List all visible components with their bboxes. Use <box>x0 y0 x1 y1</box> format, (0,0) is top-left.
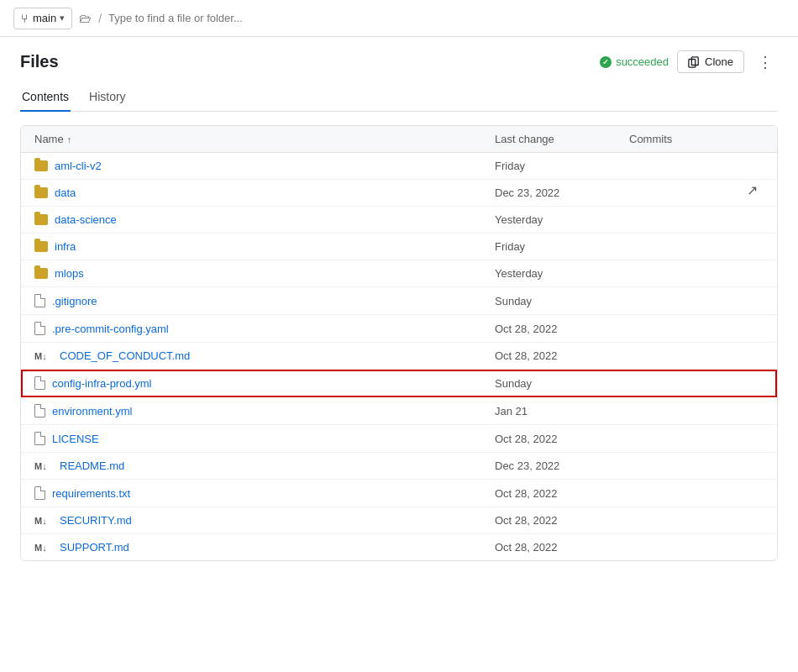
cell-name[interactable]: .pre-commit-config.yaml <box>34 322 495 335</box>
table-row[interactable]: M↓ SECURITY.md Oct 28, 2022 <box>21 507 777 534</box>
table-row[interactable]: .gitignore Sunday <box>21 287 777 315</box>
folder-icon <box>34 160 48 171</box>
cell-last-change: Dec 23, 2022 <box>495 186 629 199</box>
cell-name[interactable]: LICENSE <box>34 432 495 445</box>
cell-name[interactable]: requirements.txt <box>34 486 495 500</box>
tab-history[interactable]: History <box>87 83 128 112</box>
file-name: SECURITY.md <box>60 514 132 527</box>
clone-icon <box>688 56 700 68</box>
path-slash: / <box>98 12 102 25</box>
cell-name[interactable]: M↓ README.md <box>34 459 495 472</box>
col-commits-header: Commits <box>629 133 764 145</box>
table-row[interactable]: requirements.txt Oct 28, 2022 <box>21 480 777 507</box>
cell-last-change: Yesterday <box>495 267 629 280</box>
table-row[interactable]: .pre-commit-config.yaml Oct 28, 2022 <box>21 315 777 343</box>
folder-icon <box>34 214 48 225</box>
branch-selector[interactable]: ⑂ main ▾ <box>13 8 72 29</box>
table-row[interactable]: infra Friday <box>21 234 777 260</box>
table-header: Name ↑ Last change Commits <box>21 126 777 153</box>
table-row[interactable]: LICENSE Oct 28, 2022 <box>21 425 777 453</box>
file-name: LICENSE <box>52 433 99 445</box>
file-icon <box>34 322 45 335</box>
file-name: aml-cli-v2 <box>55 160 102 172</box>
file-name: infra <box>55 240 76 253</box>
file-name: README.md <box>60 459 124 472</box>
cell-name[interactable]: config-infra-prod.yml <box>34 376 495 390</box>
file-name: requirements.txt <box>52 487 130 500</box>
folder-icon <box>34 268 48 279</box>
branch-label: main <box>33 12 56 24</box>
clone-label: Clone <box>705 55 733 68</box>
cell-last-change: Oct 28, 2022 <box>495 514 629 527</box>
md-icon: M↓ <box>34 516 53 526</box>
table-row[interactable]: M↓ README.md Dec 23, 2022 <box>21 453 777 480</box>
cell-last-change: Oct 28, 2022 <box>495 487 629 500</box>
path-input[interactable] <box>108 12 785 24</box>
col-lastchange-header: Last change <box>495 133 629 145</box>
file-name: config-infra-prod.yml <box>52 377 152 390</box>
cell-last-change: Jan 21 <box>495 405 629 417</box>
table-row[interactable]: config-infra-prod.yml Sunday <box>21 370 777 397</box>
status-dot-icon <box>600 56 612 68</box>
folder-icon <box>34 241 48 252</box>
cell-name[interactable]: mlops <box>34 267 495 280</box>
status-badge: succeeded <box>600 55 669 68</box>
file-name: SUPPORT.md <box>60 541 129 554</box>
cell-last-change: Friday <box>495 160 629 172</box>
file-name: data-science <box>55 213 117 226</box>
top-bar: ⑂ main ▾ 🗁 / <box>0 0 798 37</box>
cell-name[interactable]: aml-cli-v2 <box>34 160 495 172</box>
cell-name[interactable]: environment.yml <box>34 404 495 417</box>
branch-icon: ⑂ <box>21 12 28 25</box>
cell-last-change: Yesterday <box>495 213 629 226</box>
cell-last-change: Oct 28, 2022 <box>495 349 629 362</box>
sort-arrow-icon: ↑ <box>67 134 72 144</box>
file-name: mlops <box>55 267 84 280</box>
expand-button[interactable]: ↗ <box>747 182 758 198</box>
cell-last-change: Oct 28, 2022 <box>495 323 629 335</box>
clone-button[interactable]: Clone <box>677 50 744 73</box>
folder-icon-top: 🗁 <box>79 11 92 25</box>
more-button[interactable]: ⋮ <box>753 51 778 73</box>
md-icon: M↓ <box>34 543 53 553</box>
cell-last-change: Friday <box>495 240 629 253</box>
cell-last-change: Oct 28, 2022 <box>495 541 629 554</box>
table-row[interactable]: aml-cli-v2 Friday <box>21 153 777 180</box>
file-name: environment.yml <box>52 405 132 417</box>
table-row[interactable]: data Dec 23, 2022 <box>21 180 777 207</box>
page-header: Files succeeded Clone ⋮ <box>20 50 778 73</box>
cell-last-change: Oct 28, 2022 <box>495 433 629 445</box>
table-row[interactable]: mlops Yesterday <box>21 260 777 287</box>
cell-last-change: Dec 23, 2022 <box>495 459 629 472</box>
table-row[interactable]: M↓ SUPPORT.md Oct 28, 2022 <box>21 534 777 560</box>
cell-name[interactable]: M↓ SECURITY.md <box>34 514 495 527</box>
table-row[interactable]: M↓ CODE_OF_CONDUCT.md Oct 28, 2022 <box>21 343 777 370</box>
md-icon: M↓ <box>34 461 53 471</box>
table-row[interactable]: environment.yml Jan 21 <box>21 397 777 425</box>
cell-name[interactable]: .gitignore <box>34 294 495 307</box>
table-body: aml-cli-v2 Friday data Dec 23, 2022 data… <box>21 153 777 560</box>
file-icon <box>34 376 45 390</box>
page-title: Files <box>20 52 59 71</box>
header-actions: succeeded Clone ⋮ <box>600 50 778 73</box>
file-name: data <box>55 186 76 199</box>
cell-name[interactable]: data-science <box>34 213 495 226</box>
file-icon <box>34 404 45 417</box>
file-name: .pre-commit-config.yaml <box>52 323 169 335</box>
chevron-down-icon: ▾ <box>60 13 65 24</box>
tab-contents[interactable]: Contents <box>20 83 71 112</box>
file-table: Name ↑ Last change Commits aml-cli-v2 Fr… <box>20 125 778 561</box>
cell-name[interactable]: M↓ SUPPORT.md <box>34 541 495 554</box>
col-name-header[interactable]: Name ↑ <box>34 133 495 145</box>
cell-last-change: Sunday <box>495 295 629 307</box>
file-name: CODE_OF_CONDUCT.md <box>60 349 190 362</box>
cell-name[interactable]: data <box>34 186 495 199</box>
tabs: Contents History <box>20 83 778 112</box>
file-icon <box>34 432 45 445</box>
cell-name[interactable]: M↓ CODE_OF_CONDUCT.md <box>34 349 495 362</box>
table-row[interactable]: data-science Yesterday <box>21 207 777 234</box>
cell-name[interactable]: infra <box>34 240 495 253</box>
status-label: succeeded <box>616 55 669 68</box>
cell-last-change: Sunday <box>495 377 629 390</box>
file-icon <box>34 486 45 500</box>
